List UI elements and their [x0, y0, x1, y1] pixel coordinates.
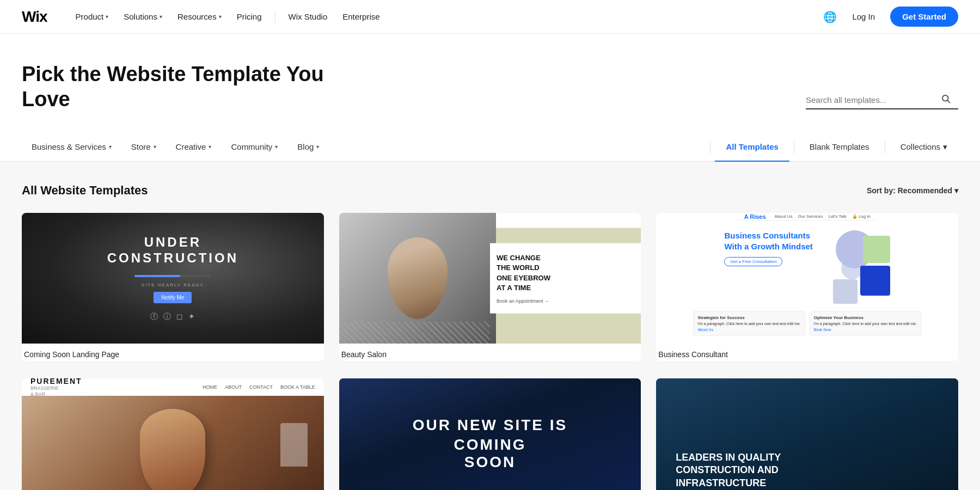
- template-thumbnail-wrap: PUREMENT BRASSERIE& BAR HOME ABOUT CONTA…: [22, 378, 324, 490]
- category-nav: Business & Services ▾ Store ▾ Creative ▾…: [0, 133, 980, 162]
- thumb-nav-item: About Us: [775, 214, 793, 219]
- sort-label: Sort by:: [867, 186, 896, 195]
- template-label: Coming Soon Landing Page: [22, 344, 324, 361]
- facebook-icon: ⓕ: [150, 312, 158, 322]
- thumb-notify-btn: Notify Me: [154, 292, 192, 303]
- cat-label: Business & Services: [32, 142, 106, 151]
- cat-creative[interactable]: Creative ▾: [166, 133, 222, 162]
- cat-blog[interactable]: Blog ▾: [287, 133, 329, 162]
- mini-card-link: Book Now: [814, 328, 917, 332]
- chevron-down-icon: ▾: [154, 144, 156, 150]
- page-title: Pick the Website Template You Love: [22, 62, 327, 112]
- shape: [841, 258, 863, 279]
- search-bar: [806, 94, 958, 109]
- template-thumbnail: Skyline OUR NEW SITE IS COMINGSOON: [339, 378, 641, 490]
- thumb-hero: Business ConsultantsWith a Growth Mindse…: [716, 220, 897, 311]
- template-thumbnail-wrap: BRW ABOUT TREATMENTS PROCESS CONTACT WE …: [339, 213, 641, 344]
- chevron-down-icon: ▾: [160, 14, 162, 20]
- cat-store[interactable]: Store ▾: [121, 133, 166, 162]
- thumb-mini-card: Strategies for Success I'm a paragraph. …: [693, 311, 805, 336]
- thumb-mini-card: Optimize Your Business I'm a paragraph. …: [810, 311, 921, 336]
- nav-item: CONTACT: [249, 384, 273, 390]
- thumb-stripe-overlay: [339, 322, 490, 344]
- chevron-down-icon: ▾: [316, 144, 319, 150]
- nav-solutions-label: Solutions: [124, 12, 157, 21]
- instagram-icon: ◻: [176, 312, 183, 322]
- sort-dropdown[interactable]: Sort by: Recommended ▾: [867, 186, 958, 195]
- thumb-cta-btn: Get a Free Consultation: [724, 257, 782, 266]
- thumb-subheading: COMINGSOON: [413, 436, 568, 471]
- globe-icon[interactable]: 🌐: [823, 10, 837, 23]
- mini-card-title: Optimize Your Business: [814, 315, 917, 320]
- nav-product-label: Product: [76, 12, 104, 21]
- cat-divider: [885, 142, 885, 154]
- nav-item: BOOK A TABLE: [280, 384, 315, 390]
- mini-card-text: I'm a paragraph. Click here to add your …: [814, 322, 917, 326]
- mini-card-link: About Us: [697, 328, 800, 332]
- login-button[interactable]: Log In: [846, 8, 881, 26]
- cat-all-templates[interactable]: All Templates: [715, 133, 789, 162]
- cat-label: Blog: [297, 142, 314, 151]
- chevron-down-icon: ▾: [943, 142, 947, 152]
- navbar: Wix Product ▾ Solutions ▾ Resources ▾ Pr…: [0, 0, 980, 34]
- nav-resources[interactable]: Resources ▾: [171, 8, 228, 26]
- thumb-big-heading: Business ConsultantsWith a Growth Mindse…: [724, 230, 812, 252]
- cat-label: Creative: [176, 142, 206, 151]
- nav-solutions[interactable]: Solutions ▾: [117, 8, 169, 26]
- template-card[interactable]: SPHERECONSTRUCTIONS HOME SERVICES ABOUT …: [656, 378, 958, 490]
- thumb-nav: A Rises About Us Our Services Let's Talk…: [738, 213, 877, 220]
- progress-fill: [134, 275, 180, 277]
- nav-enterprise[interactable]: Enterprise: [336, 8, 386, 26]
- search-input[interactable]: [806, 95, 936, 105]
- template-card[interactable]: Skyline OUR NEW SITE IS COMINGSOON Comin…: [339, 378, 641, 490]
- cat-blank-templates[interactable]: Blank Templates: [799, 133, 880, 162]
- template-thumbnail: BRW ABOUT TREATMENTS PROCESS CONTACT WE …: [339, 213, 641, 344]
- cat-right-label: All Templates: [726, 142, 778, 151]
- nav-product[interactable]: Product ▾: [69, 8, 115, 26]
- progress-bar: [134, 275, 211, 277]
- logo[interactable]: Wix: [22, 8, 47, 26]
- linkedin-icon: ⓘ: [163, 312, 171, 322]
- svg-line-1: [947, 101, 950, 103]
- nav-enterprise-label: Enterprise: [342, 12, 379, 21]
- thumb-nav-item: Let's Talk: [829, 214, 847, 219]
- restaurant-name: PUREMENT: [30, 378, 82, 385]
- cat-label: Community: [231, 142, 272, 151]
- cat-right-label: Collections: [901, 142, 940, 151]
- category-right-links: All Templates Blank Templates Collection…: [706, 133, 958, 162]
- get-started-button[interactable]: Get Started: [890, 7, 958, 27]
- template-card[interactable]: PUREMENT BRASSERIE& BAR HOME ABOUT CONTA…: [22, 378, 324, 490]
- wine-glass: [280, 423, 308, 467]
- template-card[interactable]: A Rises About Us Our Services Let's Talk…: [656, 213, 958, 361]
- cat-business-services[interactable]: Business & Services ▾: [22, 133, 121, 162]
- content-header: All Website Templates Sort by: Recommend…: [22, 183, 958, 198]
- nav-links: Product ▾ Solutions ▾ Resources ▾ Pricin…: [69, 8, 824, 26]
- nav-right: 🌐 Log In Get Started: [823, 7, 958, 27]
- chevron-down-icon: ▾: [106, 14, 108, 20]
- thumb-text-panel: WE CHANGETHE WORLDONE EYEBROWAT A TIME B…: [490, 243, 641, 314]
- template-thumbnail: UNDERCONSTRUCTION SITE NEARLY READY Noti…: [22, 213, 324, 344]
- template-card[interactable]: BRW ABOUT TREATMENTS PROCESS CONTACT WE …: [339, 213, 641, 361]
- template-thumbnail-wrap: Skyline OUR NEW SITE IS COMINGSOON: [339, 378, 641, 490]
- food-plate: [140, 409, 205, 490]
- nav-item: HOME: [203, 384, 217, 390]
- chevron-down-icon: ▾: [219, 14, 222, 20]
- nav-wix-studio[interactable]: Wix Studio: [282, 8, 334, 26]
- template-label: Beauty Salon: [339, 344, 641, 361]
- cat-community[interactable]: Community ▾: [221, 133, 287, 162]
- template-card[interactable]: UNDERCONSTRUCTION SITE NEARLY READY Noti…: [22, 213, 324, 361]
- nav-pricing[interactable]: Pricing: [230, 8, 268, 26]
- cat-divider: [710, 142, 710, 154]
- twitter-icon: ✦: [188, 312, 195, 322]
- nav-item: ABOUT: [225, 384, 242, 390]
- template-thumbnail-wrap: UNDERCONSTRUCTION SITE NEARLY READY Noti…: [22, 213, 324, 344]
- thumb-nav-right: HOME ABOUT CONTACT BOOK A TABLE: [203, 378, 315, 396]
- thumb-content: LEADERS IN QUALITYCONSTRUCTION ANDINFRAS…: [666, 451, 781, 490]
- shape: [833, 279, 857, 304]
- cat-collections[interactable]: Collections ▾: [890, 133, 958, 162]
- search-button[interactable]: [941, 94, 951, 106]
- template-thumbnail: A Rises About Us Our Services Let's Talk…: [656, 213, 958, 344]
- cat-right-label: Blank Templates: [810, 142, 869, 151]
- thumb-hero-text: Business ConsultantsWith a Growth Mindse…: [724, 230, 812, 301]
- sort-value: Recommended: [898, 186, 952, 195]
